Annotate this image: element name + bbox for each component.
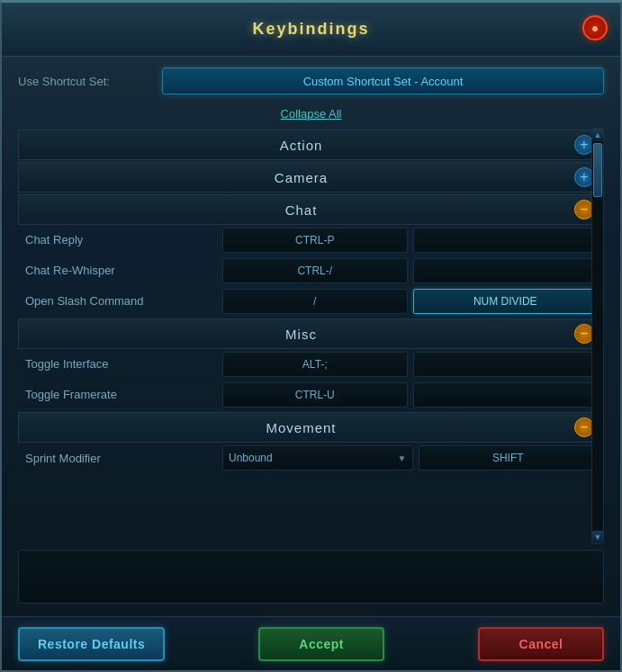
close-button[interactable]: ● xyxy=(582,15,608,40)
window-title: Keybindings xyxy=(252,20,369,39)
shortcut-set-value: Custom Shortcut Set - Account xyxy=(303,75,464,88)
sprint-modifier-label: Sprint Modifier xyxy=(22,452,220,465)
action-section-title: Action xyxy=(28,138,574,153)
sprint-modifier-key2[interactable]: SHIFT xyxy=(419,445,599,470)
toggle-framerate-key2[interactable] xyxy=(413,382,599,408)
open-slash-row: Open Slash Command / NUM DIVIDE xyxy=(18,286,604,317)
collapse-all-button[interactable]: Collapse All xyxy=(18,105,604,122)
toggle-framerate-label: Toggle Framerate xyxy=(22,388,220,401)
footer: Restore Defaults Accept Cancel xyxy=(2,616,620,670)
sprint-modifier-dropdown[interactable]: Unbound ▼ xyxy=(222,445,413,470)
bottom-text-area xyxy=(18,550,604,604)
main-content: Use Shortcut Set: Custom Shortcut Set - … xyxy=(2,57,620,616)
title-bar: Keybindings ● xyxy=(2,3,620,57)
restore-defaults-button[interactable]: Restore Defaults xyxy=(18,627,165,661)
shortcut-set-button[interactable]: Custom Shortcut Set - Account xyxy=(162,67,604,94)
open-slash-label: Open Slash Command xyxy=(22,294,220,308)
chat-section-header: Chat − xyxy=(18,194,604,225)
sprint-dropdown-value: Unbound xyxy=(229,452,273,464)
dropdown-arrow-icon: ▼ xyxy=(398,453,407,463)
sprint-modifier-row: Sprint Modifier Unbound ▼ SHIFT xyxy=(18,443,604,473)
chat-rewhisper-key1[interactable]: CTRL-/ xyxy=(222,258,408,283)
open-slash-key1[interactable]: / xyxy=(222,289,408,314)
chat-reply-key2[interactable] xyxy=(413,228,599,253)
toggle-interface-row: Toggle Interface ALT-; xyxy=(18,349,604,380)
chat-rewhisper-label: Chat Re-Whisper xyxy=(22,264,220,277)
misc-section-title: Misc xyxy=(28,327,574,342)
scrollbar[interactable]: ▲ ▼ xyxy=(591,128,604,544)
toggle-framerate-key1[interactable]: CTRL-U xyxy=(222,382,408,408)
scrollbar-down-arrow[interactable]: ▼ xyxy=(592,531,603,543)
chat-section-title: Chat xyxy=(28,202,574,218)
misc-section-header: Misc − xyxy=(18,318,604,349)
chat-rewhisper-row: Chat Re-Whisper CTRL-/ xyxy=(18,255,604,286)
chat-reply-label: Chat Reply xyxy=(22,233,220,246)
camera-section-title: Camera xyxy=(28,170,574,185)
camera-section-header: Camera + xyxy=(18,162,604,193)
accept-button[interactable]: Accept xyxy=(258,627,384,661)
movement-section-header: Movement − xyxy=(18,412,604,443)
toggle-framerate-row: Toggle Framerate CTRL-U xyxy=(18,380,604,410)
scrollbar-up-arrow[interactable]: ▲ xyxy=(592,129,603,141)
action-section-header: Action + xyxy=(18,130,604,160)
toggle-interface-label: Toggle Interface xyxy=(22,357,220,371)
chat-reply-row: Chat Reply CTRL-P xyxy=(18,225,604,255)
chat-reply-key1[interactable]: CTRL-P xyxy=(222,228,408,253)
scrollbar-thumb[interactable] xyxy=(593,143,602,197)
keybindings-window: Keybindings ● Use Shortcut Set: Custom S… xyxy=(0,0,622,672)
toggle-interface-key1[interactable]: ALT-; xyxy=(222,352,408,377)
movement-section-title: Movement xyxy=(28,420,574,435)
shortcut-set-label: Use Shortcut Set: xyxy=(18,75,162,88)
cancel-button[interactable]: Cancel xyxy=(478,627,604,661)
toggle-interface-key2[interactable] xyxy=(413,352,599,377)
open-slash-key2[interactable]: NUM DIVIDE xyxy=(413,289,599,314)
shortcut-set-row: Use Shortcut Set: Custom Shortcut Set - … xyxy=(18,66,604,96)
chat-rewhisper-key2[interactable] xyxy=(413,258,599,283)
